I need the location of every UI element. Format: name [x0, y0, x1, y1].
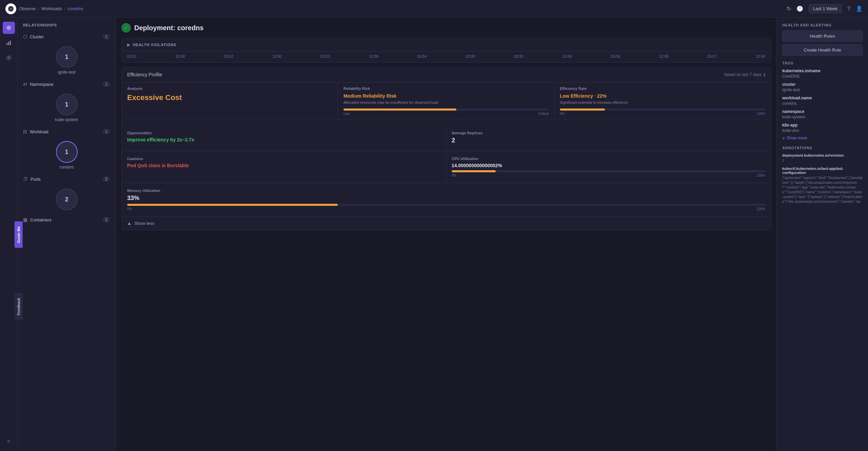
- relationship-cluster[interactable]: ⬡ Cluster 1: [18, 31, 116, 42]
- guide-me-tab[interactable]: Guide Me: [15, 221, 23, 248]
- pods-node-container: 2: [18, 184, 116, 214]
- avg-replicas-label: Average Replicas: [452, 131, 765, 135]
- workload-count: 1: [102, 129, 110, 134]
- left-panel: RELATIONSHIPS ⬡ Cluster 1 1 ignite-test …: [18, 18, 116, 451]
- memory-progress-fill: [127, 204, 338, 206]
- efficiency-progress-labels: 0% 100%: [560, 112, 765, 116]
- help-icon[interactable]: ?: [847, 6, 850, 12]
- efficiency-profile-subtitle: based on last 7 days: [724, 72, 762, 77]
- svg-point-2: [8, 27, 9, 28]
- sidebar-item-observe[interactable]: [3, 22, 15, 34]
- cpu-progress-bar: [452, 170, 765, 172]
- relationship-pods-left: ⏱ Pods: [23, 176, 41, 182]
- health-violations-chevron: ▶: [127, 42, 130, 47]
- efficiency-column: Efficiency Rate Low Efficiency · 22% Sig…: [554, 82, 771, 120]
- analysis-column: Analysis Excessive Cost: [122, 82, 338, 120]
- namespace-node-label: kube-system: [55, 117, 78, 122]
- health-violations-header[interactable]: ▶ HEALTH VIOLATIONS: [122, 38, 771, 52]
- pods-label: Pods: [31, 177, 41, 182]
- efficiency-profile-header: Efficiency Profile based on last 7 days …: [122, 67, 771, 82]
- timeline-labels: 01/11 12:00 01/12 12:00 01/13 12:00 01/1…: [127, 54, 765, 58]
- cluster-count: 1: [102, 34, 110, 39]
- health-alerting-title: HEALTH AND ALERTING: [782, 23, 863, 27]
- reliability-desc: Allocated resources may be insufficient …: [343, 100, 549, 105]
- memory-value: 33%: [127, 195, 765, 202]
- health-status-icon: ✓: [121, 23, 131, 33]
- cpu-progress-fill: [452, 170, 496, 172]
- efficiency-value: Low Efficiency · 22%: [560, 93, 765, 99]
- cluster-node[interactable]: 1: [56, 46, 78, 68]
- breadcrumb-observe[interactable]: Observe: [19, 6, 36, 11]
- workload-node[interactable]: 1: [56, 141, 78, 163]
- tl-01-12: 01/12: [224, 54, 233, 58]
- memory-label: Memory Utilization: [127, 189, 765, 193]
- pods-count: 2: [102, 176, 110, 182]
- pods-icon: ⏱: [23, 176, 28, 182]
- breadcrumb-sep-1: ›: [38, 6, 39, 11]
- tag-val-1: ignite-test: [782, 87, 863, 92]
- tag-val-2: coredns: [782, 101, 863, 106]
- tag-key-2: workload.name: [782, 96, 863, 100]
- tag-key-1: cluster: [782, 82, 863, 87]
- pods-node[interactable]: 2: [56, 189, 78, 210]
- refresh-icon[interactable]: ↻: [787, 5, 791, 12]
- efficiency-profile-panel: Efficiency Profile based on last 7 days …: [121, 67, 771, 230]
- tl-01-14: 01/14: [417, 54, 427, 58]
- namespace-count: 1: [102, 81, 110, 87]
- tl-12-00-3: 12:00: [369, 54, 378, 58]
- avg-replicas-item: Average Replicas 2: [446, 125, 771, 151]
- sidebar-item-chart[interactable]: [3, 37, 15, 49]
- efficiency-pct-right: 100%: [756, 112, 765, 116]
- tags-title: TAGS: [782, 61, 863, 65]
- guide-me-label: Guide Me: [17, 226, 21, 243]
- containers-label: Containers: [30, 217, 52, 222]
- sidebar-item-settings[interactable]: [3, 52, 15, 64]
- deployment-title: Deployment: coredns: [134, 24, 203, 32]
- health-rules-button[interactable]: Health Rules: [782, 31, 863, 42]
- create-health-rule-button[interactable]: Create Health Rule: [782, 44, 863, 56]
- info-icon[interactable]: ℹ: [764, 72, 765, 77]
- relationships-title: RELATIONSHIPS: [18, 23, 116, 31]
- topbar: Observe › Workloads › coredns ↻ 🕐 Last 1…: [0, 0, 868, 18]
- reliability-column: Reliability Risk Medium Reliability Risk…: [338, 82, 554, 120]
- show-more-chevron: ∨: [782, 136, 785, 140]
- health-violations-title: HEALTH VIOLATIONS: [133, 43, 176, 47]
- relationship-workload[interactable]: ⊟ Workload 1: [18, 126, 116, 137]
- time-range-label: Last 1 Week: [813, 6, 837, 11]
- workload-node-label: coredns: [59, 165, 74, 170]
- breadcrumb-workloads[interactable]: Workloads: [41, 6, 62, 11]
- analysis-label: Analysis: [127, 86, 332, 91]
- tl-12-00-5: 12:00: [563, 54, 572, 58]
- timeline: 01/11 12:00 01/12 12:00 01/13 12:00 01/1…: [122, 52, 771, 62]
- feedback-tab[interactable]: Feedback: [15, 293, 23, 320]
- topbar-right: ↻ 🕐 Last 1 Week ? 👤: [787, 4, 863, 13]
- namespace-node[interactable]: 1: [56, 94, 78, 115]
- namespace-label: Namespace: [30, 82, 53, 87]
- analysis-grid: Analysis Excessive Cost Reliability Risk…: [122, 82, 771, 120]
- cluster-icon: ⬡: [23, 34, 27, 39]
- tl-12-00-1: 12:00: [176, 54, 185, 58]
- time-range-button[interactable]: Last 1 Week: [809, 4, 842, 13]
- relationship-containers[interactable]: ▦ Containers 2: [18, 214, 116, 225]
- sidebar-collapse-button[interactable]: «: [3, 435, 15, 447]
- cautions-value: Pod QoS class is Burstable: [127, 163, 440, 168]
- efficiency-progress-fill: [560, 109, 605, 111]
- relationship-pods[interactable]: ⏱ Pods 2: [18, 174, 116, 184]
- show-less-button[interactable]: ▲ Show less: [122, 216, 771, 230]
- namespace-icon: ⇄: [23, 81, 27, 87]
- show-more-button[interactable]: ∨ Show more: [782, 136, 863, 140]
- relationship-namespace[interactable]: ⇄ Namespace 1: [18, 79, 116, 90]
- user-icon[interactable]: 👤: [856, 5, 863, 12]
- show-more-label: Show more: [787, 136, 807, 140]
- tag-val-4: kube-dns: [782, 128, 863, 133]
- annotation-key-1: kubectl.kubernetes.io/last-applied-confi…: [782, 166, 863, 175]
- cpu-label: CPU Utilization: [452, 157, 765, 161]
- breadcrumb-coredns: coredns: [67, 6, 83, 11]
- annotation-val-1: {"apiVersion":"apps/v1","kind":"Deployme…: [782, 176, 863, 203]
- reliability-value: Medium Reliability Risk: [343, 93, 549, 99]
- tag-val-3: kube-system: [782, 115, 863, 119]
- ep-subtitle-wrap: based on last 7 days ℹ: [724, 72, 765, 77]
- workload-node-container: 1 coredns: [18, 137, 116, 174]
- tag-key-4: k8s-app: [782, 123, 863, 128]
- health-violations-panel: ▶ HEALTH VIOLATIONS 01/11 12:00 01/12 12…: [121, 38, 771, 63]
